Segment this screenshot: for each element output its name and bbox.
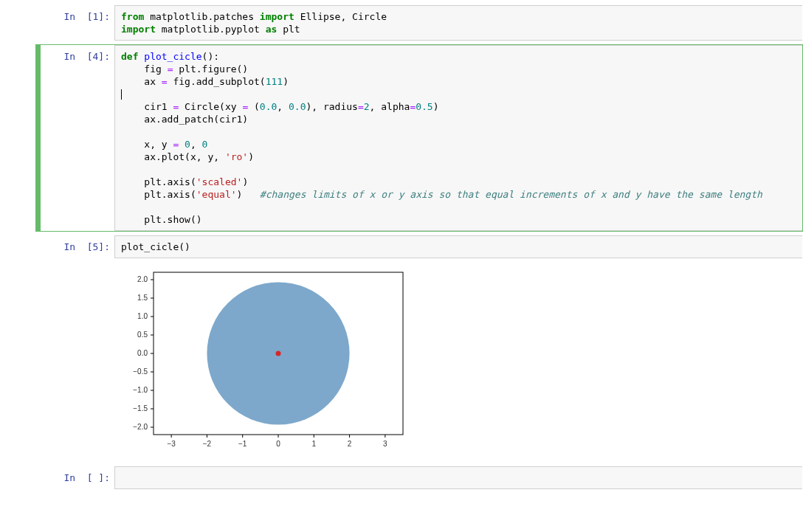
svg-text:0.5: 0.5 — [137, 331, 148, 339]
svg-text:2.0: 2.0 — [137, 275, 148, 283]
code-input-area[interactable]: from matplotlib.patches import Ellipse, … — [114, 5, 802, 41]
svg-text:0: 0 — [276, 440, 280, 448]
code-line: plt.show() — [121, 213, 796, 226]
code-line: fig = plt.figure() — [121, 63, 796, 75]
notebook-area: In [1]: from matplotlib.patches import E… — [0, 0, 803, 490]
code-line: plt.axis('equal') #changes limits of x o… — [121, 188, 796, 201]
input-prompt: In [5]: — [41, 235, 114, 258]
code-line: x, y = 0, 0 — [121, 138, 796, 151]
code-line: ax = fig.add_subplot(111) — [121, 75, 796, 88]
svg-text:−1.5: −1.5 — [133, 404, 148, 412]
svg-text:−0.5: −0.5 — [133, 367, 148, 376]
svg-text:1: 1 — [312, 440, 317, 448]
code-line: plot_cicle() — [121, 241, 796, 253]
code-cell-3[interactable]: In [5]: plot_cicle() — [35, 235, 803, 259]
code-cell-1[interactable]: In [1]: from matplotlib.patches import E… — [35, 4, 803, 41]
code-line-cursor — [121, 88, 796, 100]
svg-text:3: 3 — [383, 440, 387, 448]
output-prompt-blank — [40, 262, 114, 285]
svg-text:−3: −3 — [167, 440, 176, 448]
svg-text:0.0: 0.0 — [137, 349, 148, 357]
input-prompt: In [ ]: — [41, 466, 114, 489]
code-line — [121, 471, 796, 484]
svg-text:1.0: 1.0 — [137, 312, 148, 320]
code-line — [121, 125, 796, 138]
svg-text:−1: −1 — [238, 440, 247, 448]
code-line: ax.plot(x, y, 'ro') — [121, 151, 796, 163]
input-prompt: In [4]: — [41, 45, 114, 231]
code-line: plt.axis('scaled') — [121, 176, 796, 188]
code-input-area[interactable]: def plot_cicle(): fig = plt.figure() ax … — [114, 45, 802, 231]
code-line: cir1 = Circle(xy = (0.0, 0.0), radius=2,… — [121, 100, 796, 113]
matplotlib-figure: −3−2−10123−2.0−1.5−1.0−0.50.00.51.01.52.… — [117, 265, 412, 457]
code-input-area[interactable]: plot_cicle() — [114, 235, 802, 258]
code-line: from matplotlib.patches import Ellipse, … — [121, 10, 796, 23]
code-line — [121, 163, 796, 176]
code-line — [121, 201, 796, 213]
svg-text:2: 2 — [348, 440, 352, 448]
code-line: ax.add_patch(cir1) — [121, 113, 796, 125]
svg-point-2 — [276, 351, 281, 356]
code-input-area[interactable] — [114, 466, 802, 489]
input-prompt: In [1]: — [41, 5, 114, 41]
code-cell-empty[interactable]: In [ ]: — [35, 466, 803, 490]
output-plot-area: −3−2−10123−2.0−1.5−1.0−0.50.00.51.01.52.… — [114, 262, 803, 466]
output-cell-3: −3−2−10123−2.0−1.5−1.0−0.50.00.51.01.52.… — [35, 262, 803, 466]
text-cursor — [121, 89, 122, 100]
svg-text:−1.0: −1.0 — [133, 386, 148, 394]
code-line: import matplotlib.pyplot as plt — [121, 23, 796, 35]
code-cell-2-selected[interactable]: In [4]: def plot_cicle(): fig = plt.figu… — [35, 44, 803, 232]
code-line: def plot_cicle(): — [121, 50, 796, 63]
svg-text:−2: −2 — [203, 440, 212, 448]
svg-text:−2.0: −2.0 — [133, 423, 148, 431]
svg-text:1.5: 1.5 — [137, 294, 148, 302]
